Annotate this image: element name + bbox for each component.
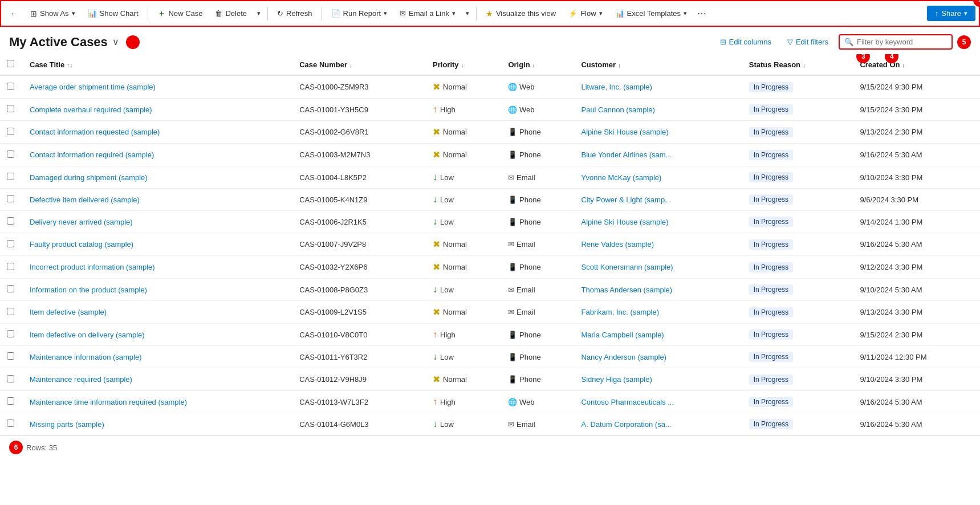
more-button[interactable]: ▾ — [462, 6, 473, 21]
back-button[interactable]: ← — [5, 6, 23, 21]
case-number-value: CAS-01010-V8C0T0 — [299, 331, 367, 339]
flow-button[interactable]: ⚡ Flow ▾ — [563, 6, 608, 21]
row-checkbox[interactable] — [7, 150, 14, 158]
case-title-link[interactable]: Incorrect product information (sample) — [30, 263, 155, 271]
flow-label: Flow — [580, 9, 596, 18]
customer-link[interactable]: Paul Cannon (sample) — [581, 105, 654, 114]
run-report-button[interactable]: 📄 Run Report ▾ — [326, 6, 393, 21]
select-all-checkbox[interactable] — [7, 60, 14, 67]
row-checkbox[interactable] — [7, 128, 14, 135]
case-title-link[interactable]: Average order shipment time (sample) — [30, 83, 156, 91]
customer-link[interactable]: Yvonne McKay (sample) — [581, 173, 661, 182]
col-customer[interactable]: Customer ↓ — [574, 54, 742, 75]
row-checkbox[interactable] — [7, 397, 14, 405]
view-header-actions: ⊟ Edit columns ▽ Edit filters 🔍 5 — [714, 34, 971, 50]
col-origin[interactable]: Origin ↓ — [501, 54, 574, 75]
toolbar-divider-1 — [148, 7, 148, 21]
case-title-link[interactable]: Complete overhaul required (sample) — [30, 105, 152, 114]
row-checkbox[interactable] — [7, 240, 14, 247]
ellipsis-button[interactable]: ⋯ — [694, 5, 711, 22]
customer-link[interactable]: Alpine Ski House (sample) — [581, 218, 668, 226]
edit-filters-button[interactable]: ▽ Edit filters — [782, 35, 834, 49]
row-checkbox[interactable] — [7, 330, 14, 337]
delete-button[interactable]: 🗑 Delete — [209, 6, 253, 21]
case-title-link[interactable]: Defective item delivered (sample) — [30, 196, 140, 204]
case-title-link[interactable]: Damaged during shipment (sample) — [30, 173, 148, 182]
col-case-title[interactable]: Case Title ↑↓ — [23, 54, 292, 75]
case-number-value: CAS-01013-W7L3F2 — [299, 398, 368, 406]
case-title-link[interactable]: Delivery never arrived (sample) — [30, 218, 133, 226]
select-all-header — [0, 54, 23, 75]
case-title-link[interactable]: Contact information requested (sample) — [30, 128, 160, 136]
row-checkbox[interactable] — [7, 352, 14, 360]
origin-cell: ✉ Email — [501, 166, 574, 189]
origin-value: Web — [519, 105, 535, 114]
row-checkbox[interactable] — [7, 263, 14, 270]
customer-link[interactable]: Blue Yonder Airlines (sam... — [581, 150, 672, 159]
excel-button[interactable]: 📊 Excel Templates ▾ — [609, 6, 693, 21]
case-title-link[interactable]: Missing parts (sample) — [30, 420, 104, 429]
case-title-link[interactable]: Item defective on delivery (sample) — [30, 331, 145, 339]
customer-link[interactable]: Thomas Andersen (sample) — [581, 286, 672, 294]
case-title-link[interactable]: Contact information required (sample) — [30, 150, 154, 159]
origin-cell: 📱 Phone — [501, 144, 574, 166]
show-chart-button[interactable]: 📊 Show Chart — [82, 6, 144, 21]
created-on-value: 9/6/2024 3:30 PM — [860, 196, 918, 204]
show-as-label: Show As — [40, 9, 69, 18]
customer-link[interactable]: City Power & Light (samp... — [581, 196, 671, 204]
customer-link[interactable]: Alpine Ski House (sample) — [581, 128, 668, 136]
col-case-number[interactable]: Case Number ↓ — [292, 54, 426, 75]
case-title-link[interactable]: Faulty product catalog (sample) — [30, 240, 133, 249]
filter-keyword-input[interactable] — [857, 38, 947, 46]
case-title-link[interactable]: Maintenance time information required (s… — [30, 398, 187, 406]
customer-link[interactable]: Scott Konersmann (sample) — [581, 263, 673, 271]
customer-link[interactable]: A. Datum Corporation (sa... — [581, 420, 671, 429]
row-checkbox[interactable] — [7, 83, 14, 90]
status-reason-cell: In Progress — [742, 279, 853, 301]
row-checkbox[interactable] — [7, 308, 14, 315]
share-button[interactable]: ↑ Share ▾ — [927, 6, 975, 21]
new-case-button[interactable]: ＋ New Case — [152, 5, 209, 22]
row-checkbox[interactable] — [7, 173, 14, 180]
status-badge: In Progress — [749, 82, 793, 92]
case-number-sort-icon: ↓ — [349, 62, 353, 68]
edit-columns-button[interactable]: ⊟ Edit columns — [714, 35, 777, 49]
created-on-value: 9/16/2024 5:30 AM — [860, 240, 922, 249]
case-number-value: CAS-01000-Z5M9R3 — [299, 83, 368, 91]
customer-link[interactable]: Maria Campbell (sample) — [581, 331, 664, 339]
customer-cell: Nancy Anderson (sample) — [574, 346, 742, 368]
customer-link[interactable]: Nancy Anderson (sample) — [581, 353, 666, 361]
flow-chevron-icon: ▾ — [599, 10, 603, 17]
case-title-link[interactable]: Item defective (sample) — [30, 308, 107, 316]
customer-link[interactable]: Fabrikam, Inc. (sample) — [581, 308, 659, 316]
visualize-icon: ★ — [486, 9, 493, 18]
col-priority[interactable]: Priority ↓ — [426, 54, 501, 75]
visualize-button[interactable]: ★ Visualize this view — [480, 6, 562, 22]
row-checkbox[interactable] — [7, 285, 14, 292]
col-created-on[interactable]: Created On ↓ — [853, 54, 980, 75]
email-link-button[interactable]: ✉ Email a Link ▾ — [394, 6, 461, 21]
priority-value: ↑ High — [433, 329, 456, 340]
row-checkbox[interactable] — [7, 375, 14, 382]
row-checkbox[interactable] — [7, 217, 14, 225]
table-row: Item defective (sample) CAS-01009-L2V1S5… — [0, 301, 980, 324]
customer-link[interactable]: Rene Valdes (sample) — [581, 240, 654, 249]
refresh-button[interactable]: ↻ Refresh — [271, 6, 318, 21]
row-checkbox[interactable] — [7, 420, 14, 427]
case-number-cell: CAS-01010-V8C0T0 — [292, 324, 426, 346]
created-on-value: 9/16/2024 5:30 AM — [860, 150, 922, 159]
view-title-chevron-icon[interactable]: ∨ — [112, 36, 119, 47]
case-title-link[interactable]: Maintenance information (sample) — [30, 353, 142, 361]
customer-link[interactable]: Sidney Higa (sample) — [581, 375, 652, 384]
case-title-link[interactable]: Information on the product (sample) — [30, 286, 147, 294]
show-as-button[interactable]: ⊞ Show As ▾ — [25, 6, 81, 22]
customer-link[interactable]: Contoso Pharmaceuticals ... — [581, 398, 674, 406]
delete-dropdown-button[interactable]: ▾ — [254, 6, 264, 21]
row-checkbox[interactable] — [7, 105, 14, 112]
priority-icon: ↓ — [433, 352, 437, 362]
customer-link[interactable]: Litware, Inc. (sample) — [581, 83, 652, 91]
col-status-reason[interactable]: Status Reason ↓ 3 4 — [742, 54, 853, 75]
row-checkbox[interactable] — [7, 195, 14, 202]
priority-value: ↑ High — [433, 104, 456, 115]
case-title-link[interactable]: Maintenance required (sample) — [30, 375, 132, 384]
